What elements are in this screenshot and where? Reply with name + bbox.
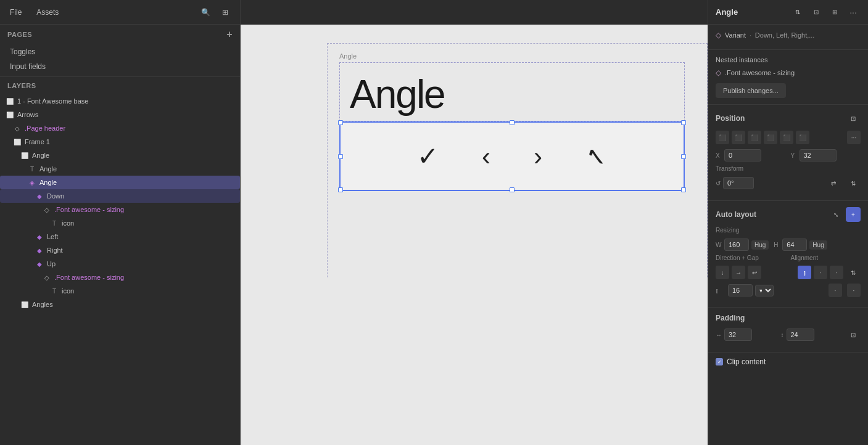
dot-option-1[interactable]: ·: [829, 284, 842, 297]
align-distribute-button[interactable]: ⫿: [798, 266, 811, 279]
y-input-group: Y: [791, 149, 861, 161]
grid-icon[interactable]: ⊞: [827, 5, 842, 20]
sort-icon[interactable]: ⇅: [790, 5, 805, 20]
flip-h-icon[interactable]: ⇄: [826, 176, 841, 190]
align-left-button[interactable]: ⬛: [716, 131, 729, 144]
layer-page-header[interactable]: ◇ .Page header: [0, 121, 240, 135]
layers-icon[interactable]: ⊞: [218, 5, 233, 20]
component-view-icon[interactable]: ⊡: [809, 5, 824, 20]
layer-angle-selected[interactable]: ◈ Angle: [0, 176, 240, 189]
frame-icon: ⬜: [12, 137, 22, 147]
pages-section-header: Pages +: [0, 25, 240, 44]
position-expand-icon[interactable]: ⊡: [846, 111, 861, 126]
padding-v-input[interactable]: [724, 329, 752, 341]
autolayout-expand-icon[interactable]: ⤡: [829, 207, 843, 222]
more-options-icon[interactable]: ···: [846, 5, 861, 20]
diamond-outline-icon: ◇: [12, 123, 22, 133]
gap-input-group: ⫿ ▾: [716, 284, 774, 297]
y-input[interactable]: [800, 149, 837, 161]
direction-row: ↓ → ↩ ⫿ · · ⇅: [716, 265, 861, 280]
xy-input-row: X Y: [716, 149, 861, 161]
dot-option-2[interactable]: ·: [847, 284, 861, 297]
angle-title-text: Angle: [350, 73, 674, 116]
handle-bm: [510, 187, 515, 192]
x-label: X: [716, 152, 722, 159]
assets-menu[interactable]: Assets: [34, 7, 61, 18]
align-option-2[interactable]: ·: [830, 266, 843, 279]
align-option-1[interactable]: ·: [814, 266, 827, 279]
layer-down[interactable]: ◆ Down: [0, 189, 240, 203]
add-page-button[interactable]: +: [226, 30, 233, 39]
layer-font-awesome-base[interactable]: ⬜ 1 - Font Awesome base: [0, 94, 240, 108]
flip-v-icon[interactable]: ⇅: [846, 176, 861, 190]
layer-frame1[interactable]: ⬜ Frame 1: [0, 135, 240, 149]
align-top-button[interactable]: ⬛: [764, 131, 777, 144]
frame-icon: ⬜: [5, 96, 15, 106]
layers-header: Layers: [0, 77, 240, 94]
layer-up[interactable]: ◆ Up: [0, 257, 240, 271]
layer-right[interactable]: ◆ Right: [0, 243, 240, 257]
width-input[interactable]: [724, 239, 749, 251]
page-item-input-fields[interactable]: Input fields: [5, 59, 235, 74]
align-right-button[interactable]: ⬛: [748, 131, 761, 144]
align-center-v-button[interactable]: ⬛: [780, 131, 793, 144]
autolayout-header: Auto layout ⤡ +: [716, 207, 861, 222]
publish-changes-button[interactable]: Publish changes...: [716, 83, 786, 98]
layer-angle-group[interactable]: ⬜ Angle: [0, 149, 240, 162]
text-icon: T: [27, 164, 37, 174]
layer-font-awesome-sizing-2[interactable]: ◇ .Font awesome - sizing: [0, 271, 240, 284]
right-top-bar: Angle ⇅ ⊡ ⊞ ···: [708, 0, 868, 25]
layer-font-awesome-sizing-1[interactable]: ◇ .Font awesome - sizing: [0, 203, 240, 216]
h-label: H: [774, 242, 780, 248]
autolayout-actions: ⤡ +: [829, 207, 861, 222]
autolayout-title: Auto layout: [716, 210, 756, 219]
padding-h-input[interactable]: [787, 329, 814, 341]
direction-wrap-button[interactable]: ↩: [748, 266, 761, 279]
direction-down-button[interactable]: ↓: [716, 266, 729, 279]
padding-h-group: ↕: [781, 329, 841, 341]
arrows-container[interactable]: ✓ ‹ › ✓: [339, 121, 685, 191]
clip-content-checkbox[interactable]: ✓: [716, 358, 723, 365]
instance-icon: ◆: [35, 191, 44, 201]
layer-angles-bottom[interactable]: ⬜ Angles: [0, 298, 240, 311]
variant-icon: ◇: [716, 31, 721, 39]
component-icon: ◈: [27, 178, 37, 187]
arrow-down: ✓: [417, 141, 439, 171]
height-group: H Hug: [774, 239, 827, 251]
layer-arrows[interactable]: ⬜ Arrows: [0, 108, 240, 121]
handle-bl: [338, 187, 343, 192]
angle-input[interactable]: [723, 177, 754, 189]
x-input[interactable]: [724, 149, 761, 161]
handle-tl: [338, 120, 343, 125]
clip-content-label: Clip content: [727, 357, 766, 366]
align-center-h-button[interactable]: ⬛: [732, 131, 745, 144]
padding-expand-icon[interactable]: ⊡: [846, 327, 861, 342]
gap-select[interactable]: ▾: [755, 285, 774, 296]
layer-icon-1[interactable]: T icon: [0, 216, 240, 230]
main-canvas[interactable]: Angle Angle ✓ ‹ › ✓: [241, 0, 708, 445]
layer-left[interactable]: ◆ Left: [0, 230, 240, 243]
search-icon[interactable]: 🔍: [198, 5, 213, 20]
layer-angle-text[interactable]: T Angle: [0, 162, 240, 176]
more-align-button[interactable]: ···: [847, 131, 861, 144]
handle-mr: [681, 154, 686, 159]
gap-input[interactable]: [728, 284, 753, 296]
canvas-frame: Angle Angle ✓ ‹ › ✓: [339, 52, 685, 191]
nested-instances-title: Nested instances: [716, 56, 861, 63]
layer-icon-2[interactable]: T icon: [0, 284, 240, 298]
arrow-left: ‹: [482, 142, 490, 171]
autolayout-sort-icon[interactable]: ⇅: [846, 265, 861, 280]
autolayout-add-icon[interactable]: +: [846, 207, 861, 222]
direction-right-button[interactable]: →: [732, 266, 745, 279]
right-panel: Angle ⇅ ⊡ ⊞ ··· ◇ Variant · Down, Left, …: [708, 0, 868, 445]
file-menu[interactable]: File: [7, 7, 24, 18]
pages-title: Pages: [7, 31, 32, 38]
alignment-row: ⬛ ⬛ ⬛ ⬛ ⬛ ⬛ ···: [716, 131, 861, 144]
align-bottom-button[interactable]: ⬛: [796, 131, 809, 144]
height-input[interactable]: [782, 239, 807, 251]
padding-section: Padding ↔ ↕ ⊡: [708, 308, 868, 353]
clip-content-row[interactable]: ✓ Clip content: [708, 353, 868, 371]
page-item-toggles[interactable]: Toggles: [5, 44, 235, 59]
direction-gap-label: Direction + Gap: [716, 255, 786, 261]
layer-label: Angle: [39, 179, 235, 186]
